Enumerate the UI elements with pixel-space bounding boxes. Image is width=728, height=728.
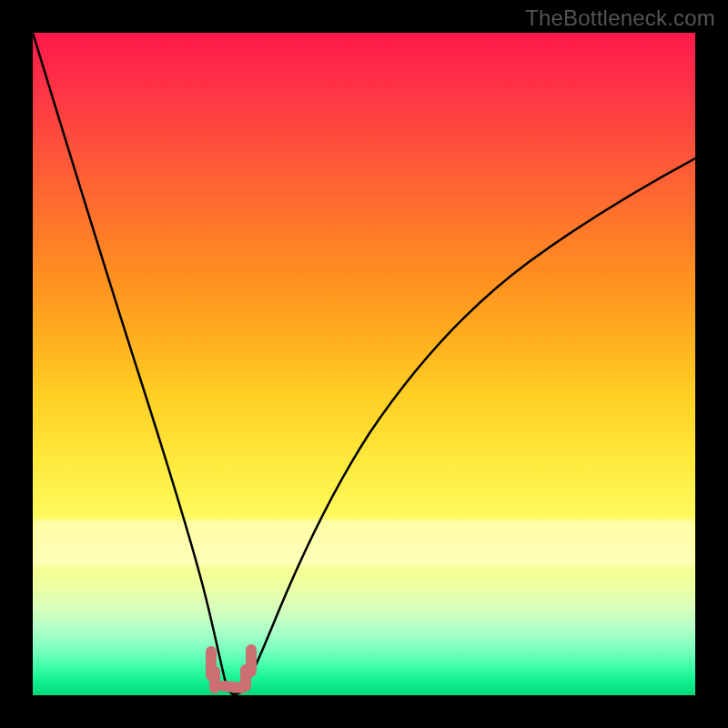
chart-frame: TheBottleneck.com	[0, 0, 728, 728]
watermark-text: TheBottleneck.com	[525, 5, 715, 31]
marker-bar	[224, 686, 242, 688]
curve-layer	[33, 33, 695, 695]
bottleneck-curve	[33, 33, 695, 694]
minimum-marker-group	[211, 650, 251, 688]
plot-area	[33, 33, 695, 695]
